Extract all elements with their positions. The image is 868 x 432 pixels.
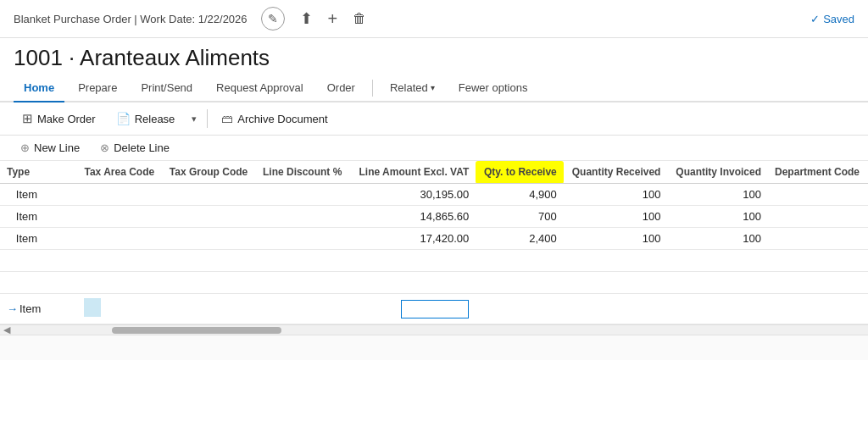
cell-line-amount: 17,420.00 xyxy=(350,228,476,250)
saved-status: ✓ Saved xyxy=(810,13,854,25)
cell-tax-group xyxy=(163,272,256,294)
cell-tax-area xyxy=(77,184,162,206)
table-row[interactable] xyxy=(0,272,868,294)
cell-dept xyxy=(768,228,868,250)
cell-tax-group xyxy=(163,184,256,206)
cell-dept xyxy=(768,206,868,228)
cell-tax-area xyxy=(77,206,162,228)
add-icon[interactable]: + xyxy=(328,9,338,29)
cell-type-container xyxy=(0,272,77,294)
nav-fewer-options[interactable]: Fewer options xyxy=(448,75,538,102)
cell-tax-group xyxy=(163,206,256,228)
cell-qty-receive: 4,900 xyxy=(476,184,563,206)
release-button[interactable]: 📄 Release xyxy=(108,108,184,129)
cell-qty-invoiced: 100 xyxy=(667,228,768,250)
document-title: Blanket Purchase Order | Work Date: 1/22… xyxy=(14,13,248,25)
table-row[interactable] xyxy=(0,250,868,272)
cell-type-container: Item xyxy=(0,184,77,206)
cell-qty-receive: 2,400 xyxy=(476,228,563,250)
cell-discount xyxy=(256,228,350,250)
cell-qty-receive xyxy=(476,294,563,324)
archive-document-button[interactable]: 🗃 Archive Document xyxy=(213,108,336,129)
row-arrow-indicator: → xyxy=(7,302,18,315)
cell-dept xyxy=(768,294,868,324)
cell-type-container: →Item xyxy=(0,294,77,324)
table-row[interactable]: Item 14,865.60 700 100 100 xyxy=(0,206,868,228)
page-title: 1001 · Aranteaux Aliments xyxy=(0,38,868,75)
cell-discount xyxy=(256,272,350,294)
table-row[interactable]: Item 17,420.00 2,400 100 100 xyxy=(0,228,868,250)
nav-request-approval[interactable]: Request Approval xyxy=(206,75,314,102)
cell-tax-area xyxy=(77,250,162,272)
col-header-line-amount: Line Amount Excl. VAT xyxy=(350,161,476,184)
new-line-icon: ⊕ xyxy=(20,141,30,154)
cell-tax-group xyxy=(163,294,256,324)
new-line-button[interactable]: ⊕ New Line xyxy=(14,139,86,157)
cell-qty-received: 100 xyxy=(564,206,668,228)
archive-icon: 🗃 xyxy=(221,112,233,125)
action-bar: ⊞ Make Order 📄 Release ▾ 🗃 Archive Docum… xyxy=(0,102,868,136)
cell-type: Item xyxy=(16,210,37,223)
checkmark-icon: ✓ xyxy=(810,13,820,25)
delete-icon[interactable]: 🗑 xyxy=(353,11,366,26)
nav-separator xyxy=(372,80,373,97)
nav-prepare[interactable]: Prepare xyxy=(68,75,127,102)
cell-qty-received: 100 xyxy=(564,228,668,250)
cell-type: Item xyxy=(16,232,37,245)
scroll-left-arrow[interactable]: ◀ xyxy=(3,324,10,335)
cell-qty-received: 100 xyxy=(564,184,668,206)
nav-home[interactable]: Home xyxy=(14,75,64,102)
cell-qty-invoiced: 100 xyxy=(667,206,768,228)
cell-line-amount: 17,420.00 xyxy=(420,232,469,245)
cell-line-amount[interactable] xyxy=(350,294,476,324)
line-amount-input[interactable] xyxy=(401,300,469,318)
top-bar-icons: ✎ ⬆ + 🗑 xyxy=(261,7,367,30)
top-bar: Blanket Purchase Order | Work Date: 1/22… xyxy=(0,0,868,38)
cell-type: Item xyxy=(19,302,41,315)
cell-line-amount xyxy=(350,272,476,294)
chevron-down-icon: ▾ xyxy=(431,83,435,92)
release-dropdown-button[interactable]: ▾ xyxy=(186,110,202,128)
col-header-qty-invoiced: Quantity Invoiced xyxy=(667,161,768,184)
cell-line-amount: 14,865.60 xyxy=(420,210,469,223)
edit-icon[interactable]: ✎ xyxy=(261,7,285,30)
nav-order[interactable]: Order xyxy=(317,75,365,102)
table-row[interactable]: Item 30,195.00 4,900 100 100 xyxy=(0,184,868,206)
delete-line-button[interactable]: ⊗ Delete Line xyxy=(93,139,176,157)
table-header-row: Type Tax Area Code Tax Group Code Line D… xyxy=(0,161,868,184)
delete-line-icon: ⊗ xyxy=(100,141,109,154)
cell-line-amount xyxy=(350,250,476,272)
cell-qty-received xyxy=(564,250,668,272)
cell-dept xyxy=(768,184,868,206)
cell-tax-area xyxy=(77,294,162,324)
col-header-qty-received: Quantity Received xyxy=(564,161,668,184)
share-icon[interactable]: ⬆ xyxy=(300,9,313,28)
col-header-qty-receive: Qty. to Receive xyxy=(476,161,563,184)
nav-related[interactable]: Related ▾ xyxy=(380,75,445,102)
cell-line-amount: 30,195.00 xyxy=(420,188,469,201)
data-table: Type Tax Area Code Tax Group Code Line D… xyxy=(0,161,868,324)
data-table-container: Type Tax Area Code Tax Group Code Line D… xyxy=(0,161,868,324)
cell-qty-receive xyxy=(476,250,563,272)
table-body: Item 30,195.00 4,900 100 100 Item 14,865… xyxy=(0,184,868,324)
cell-qty-invoiced xyxy=(667,272,768,294)
table-row[interactable]: →Item xyxy=(0,294,868,324)
cell-qty-receive: 700 xyxy=(476,206,563,228)
make-order-button[interactable]: ⊞ Make Order xyxy=(14,108,104,130)
make-order-icon: ⊞ xyxy=(22,111,33,126)
cell-tax-group xyxy=(163,228,256,250)
nav-bar: Home Prepare Print/Send Request Approval… xyxy=(0,75,868,102)
nav-print-send[interactable]: Print/Send xyxy=(131,75,203,102)
cell-qty-invoiced xyxy=(667,294,768,324)
cell-discount xyxy=(256,184,350,206)
cell-discount xyxy=(256,206,350,228)
toolbar2: ⊕ New Line ⊗ Delete Line xyxy=(0,136,868,161)
col-header-discount: Line Discount % xyxy=(256,161,350,184)
cell-qty-invoiced: 100 xyxy=(667,184,768,206)
release-icon: 📄 xyxy=(116,112,131,125)
scrollbar-thumb[interactable] xyxy=(112,327,281,334)
horizontal-scrollbar[interactable]: ◀ xyxy=(0,324,868,335)
cell-tax-area xyxy=(77,272,162,294)
light-blue-cell xyxy=(84,298,101,317)
cell-tax-area xyxy=(77,228,162,250)
